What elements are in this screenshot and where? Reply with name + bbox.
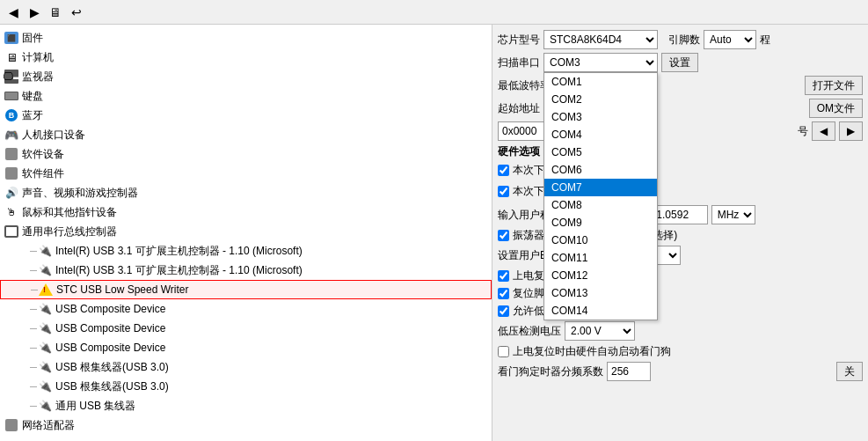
reset-pin-cb[interactable] bbox=[498, 288, 509, 299]
watchdog-freq-input[interactable] bbox=[607, 362, 651, 381]
icon-usb: 🔌 bbox=[37, 379, 53, 394]
com-option-com8[interactable]: COM8 bbox=[544, 196, 657, 214]
tree-item-network[interactable]: 网络适配器 bbox=[0, 415, 492, 435]
auto-watchdog-row: 上电复位时由硬件自动启动看门狗 bbox=[498, 344, 863, 359]
chip-label: 芯片型号 bbox=[498, 33, 540, 48]
com-option-com10[interactable]: COM10 bbox=[544, 232, 657, 249]
com-option-com12[interactable]: COM12 bbox=[544, 267, 657, 284]
icon-usb: 🔌 bbox=[37, 262, 53, 278]
low-voltage-select[interactable]: 2.00 V bbox=[565, 321, 635, 341]
check2-cb[interactable] bbox=[498, 186, 509, 197]
tree-item-computer[interactable]: 🖥计算机 bbox=[0, 48, 492, 67]
tree-item-sound[interactable]: 🔊声音、视频和游戏控制器 bbox=[0, 183, 492, 202]
icon-usb: 🔌 bbox=[37, 301, 53, 317]
icon-hid: 🎮 bbox=[4, 127, 19, 143]
tree-item-stc-writer[interactable]: !STC USB Low Speed Writer bbox=[0, 280, 492, 299]
tree-item-monitor[interactable]: 🖵▬监视器 bbox=[0, 67, 492, 86]
toolbar: ◀ ▶ 🖥 ↩ bbox=[0, 0, 868, 25]
auto-watchdog-cb[interactable] bbox=[498, 346, 509, 357]
tree-item-keyboard[interactable]: 键盘 bbox=[0, 86, 492, 106]
tree-label-intel-usb2: Intel(R) USB 3.1 可扩展主机控制器 - 1.10 (Micros… bbox=[55, 263, 303, 278]
irc-unit-select[interactable]: MHz bbox=[711, 205, 755, 224]
toolbar-btn-forward[interactable]: ▶ bbox=[25, 3, 44, 22]
tree-label-usb-generic: 通用 USB 集线器 bbox=[55, 399, 135, 414]
close-btn[interactable]: 关 bbox=[836, 362, 863, 381]
tree-item-hid[interactable]: 🎮人机接口设备 bbox=[0, 125, 492, 144]
open-file-btn[interactable]: 打开文件 bbox=[805, 76, 863, 95]
icon-usb: 🔌 bbox=[37, 320, 53, 336]
tree-item-software-comp[interactable]: 软件组件 bbox=[0, 164, 492, 183]
tree-item-bluetooth[interactable]: B蓝牙 bbox=[0, 106, 492, 125]
icon-software bbox=[4, 146, 19, 162]
icon-circuit: ⬛ bbox=[4, 30, 19, 46]
tree-label-usb-ctrl: 通用串行总线控制器 bbox=[22, 224, 117, 239]
arrow-left-btn[interactable]: ◀ bbox=[812, 121, 835, 141]
tree-label-network: 网络适配器 bbox=[22, 418, 75, 433]
device-tree: ⬛固件🖥计算机🖵▬监视器键盘B蓝牙🎮人机接口设备软件设备软件组件🔊声音、视频和游… bbox=[0, 25, 492, 441]
toolbar-btn-screen[interactable]: 🖥 bbox=[46, 3, 65, 22]
tree-item-usb-hub1[interactable]: 🔌USB 根集线器(USB 3.0) bbox=[0, 357, 492, 377]
oscillator-cb[interactable] bbox=[498, 230, 509, 241]
com-dropdown-wrapper: COM3 COM1COM2COM3COM4COM5COM6COM7COM8COM… bbox=[543, 53, 658, 72]
tree-item-intel-usb2[interactable]: 🔌Intel(R) USB 3.1 可扩展主机控制器 - 1.10 (Micro… bbox=[0, 261, 492, 280]
toolbar-btn-back[interactable]: ◀ bbox=[4, 3, 23, 22]
tree-label-hid: 人机接口设备 bbox=[22, 128, 85, 143]
com-option-com5[interactable]: COM5 bbox=[544, 143, 657, 161]
com-option-com6[interactable]: COM6 bbox=[544, 161, 657, 179]
com-option-com9[interactable]: COM9 bbox=[544, 214, 657, 232]
tree-item-firmware[interactable]: ⬛固件 bbox=[0, 28, 492, 48]
arrow-right-btn[interactable]: ▶ bbox=[839, 121, 863, 141]
com-option-com4[interactable]: COM4 bbox=[544, 126, 657, 143]
tree-label-intel-usb1: Intel(R) USB 3.1 可扩展主机控制器 - 1.10 (Micros… bbox=[55, 244, 303, 259]
min-baud-label: 最低波特率 bbox=[498, 78, 551, 93]
tree-item-software-dev[interactable]: 软件设备 bbox=[0, 144, 492, 164]
tree-item-usb-comp1[interactable]: 🔌USB Composite Device bbox=[0, 299, 492, 319]
icon-monitor: 🖵▬ bbox=[4, 69, 19, 85]
tree-label-keyboard: 键盘 bbox=[22, 89, 43, 104]
power-on-cb[interactable] bbox=[498, 270, 509, 282]
low-power-cb[interactable] bbox=[498, 305, 509, 317]
tree-item-usb-comp2[interactable]: 🔌USB Composite Device bbox=[0, 319, 492, 338]
check1-cb[interactable] bbox=[498, 165, 509, 176]
com-option-com14[interactable]: COM14 bbox=[544, 302, 657, 320]
icon-sound: 🔊 bbox=[4, 185, 19, 201]
icon-usb: 🔌 bbox=[37, 340, 53, 356]
tree-label-stc-writer: STC USB Low Speed Writer bbox=[56, 283, 189, 296]
right-panel: 芯片型号 STC8A8K64D4 引脚数 Auto 程 扫描串口 COM3 bbox=[492, 25, 868, 441]
icon-software bbox=[4, 417, 19, 433]
com-option-com11[interactable]: COM11 bbox=[544, 249, 657, 267]
tree-label-usb-hub2: USB 根集线器(USB 3.0) bbox=[55, 379, 169, 394]
set-btn[interactable]: 设置 bbox=[661, 53, 698, 72]
tree-item-mouse[interactable]: 🖱鼠标和其他指针设备 bbox=[0, 202, 492, 222]
check2-row: 本次下 bbox=[498, 184, 544, 199]
tree-label-monitor: 监视器 bbox=[22, 70, 54, 85]
tree-item-intel-usb1[interactable]: 🔌Intel(R) USB 3.1 可扩展主机控制器 - 1.10 (Micro… bbox=[0, 241, 492, 261]
watchdog-freq-row: 看门狗定时器分频系数 关 bbox=[498, 362, 863, 381]
com-option-com2[interactable]: COM2 bbox=[544, 91, 657, 108]
open-file-btn2[interactable]: OM文件 bbox=[809, 99, 863, 118]
prog-label: 程 bbox=[760, 33, 770, 48]
pin-select[interactable]: Auto bbox=[704, 30, 756, 49]
icon-usb-hub bbox=[4, 224, 19, 239]
com-select[interactable]: COM3 bbox=[543, 53, 658, 72]
icon-software bbox=[4, 165, 19, 181]
auto-watchdog-label: 上电复位时由硬件自动启动看门狗 bbox=[513, 344, 671, 359]
chip-select[interactable]: STC8A8K64D4 bbox=[543, 30, 658, 49]
com-dropdown[interactable]: COM1COM2COM3COM4COM5COM6COM7COM8COM9COM1… bbox=[543, 72, 658, 320]
com-option-com13[interactable]: COM13 bbox=[544, 284, 657, 302]
tree-label-usb-comp3: USB Composite Device bbox=[55, 342, 165, 354]
tree-label-usb-comp2: USB Composite Device bbox=[55, 322, 165, 334]
icon-keyboard bbox=[4, 88, 19, 104]
icon-bluetooth: B bbox=[4, 107, 19, 123]
com-option-com7[interactable]: COM7 bbox=[544, 179, 657, 196]
tree-item-usb-comp3[interactable]: 🔌USB Composite Device bbox=[0, 338, 492, 357]
tree-item-usb-hub2[interactable]: 🔌USB 根集线器(USB 3.0) bbox=[0, 377, 492, 396]
toolbar-btn-refresh[interactable]: ↩ bbox=[67, 3, 86, 22]
com-option-com3[interactable]: COM3 bbox=[544, 108, 657, 126]
icon-usb: 🔌 bbox=[37, 243, 53, 259]
tree-item-usb-generic[interactable]: 🔌通用 USB 集线器 bbox=[0, 396, 492, 415]
icon-mouse: 🖱 bbox=[4, 204, 19, 220]
tree-item-usb-ctrl[interactable]: 通用串行总线控制器 bbox=[0, 222, 492, 241]
right-panel-container: 芯片型号 STC8A8K64D4 引脚数 Auto 程 扫描串口 COM3 bbox=[498, 30, 863, 381]
com-option-com1[interactable]: COM1 bbox=[544, 73, 657, 91]
